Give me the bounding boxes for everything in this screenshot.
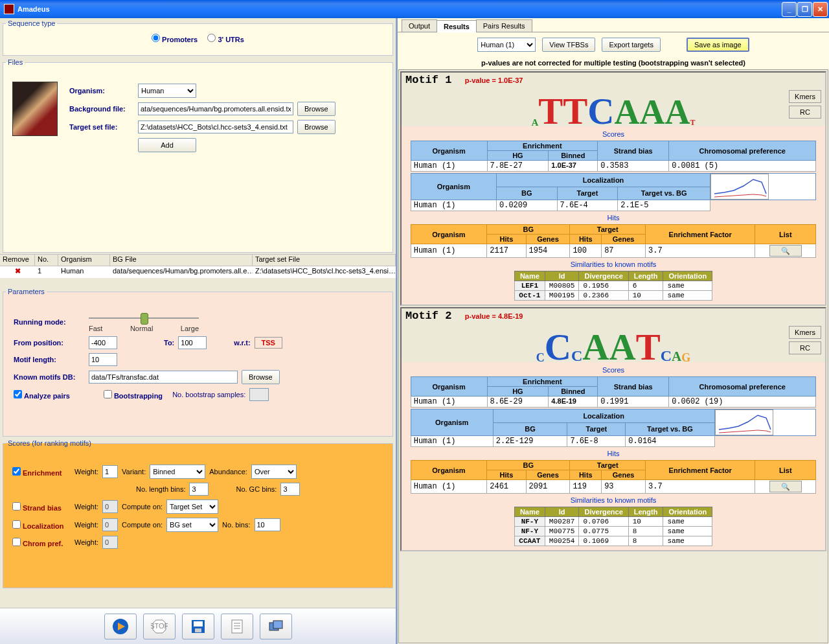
frompos-input[interactable]: [89, 336, 117, 349]
save-button[interactable]: [182, 614, 214, 639]
similarities-label: Similarities to known motifs: [404, 495, 823, 505]
enrichment-table: OrganismEnrichmentStrand biasChromosomal…: [411, 141, 817, 172]
parameters-fieldset: Parameters Running mode: Fast Normal Lar…: [3, 288, 393, 437]
promoters-radio[interactable]: Promoters: [152, 36, 198, 43]
chrom-weight-input: [102, 536, 118, 549]
wrt-label: w.r.t:: [234, 339, 250, 347]
strandbias-checkbox[interactable]: Strand bias: [12, 502, 71, 512]
files-fieldset: Files Organism: Human Background file: B…: [3, 58, 393, 253]
col-organism[interactable]: Organism: [58, 255, 110, 266]
chrompref-checkbox[interactable]: Chrom pref.: [12, 538, 71, 547]
runmode-slider[interactable]: [89, 312, 199, 325]
tgtfile-browse-button[interactable]: Browse: [297, 120, 335, 134]
close-button[interactable]: ✕: [813, 2, 828, 17]
run-button[interactable]: [104, 614, 137, 639]
localization-chart: [715, 409, 773, 435]
to-input[interactable]: [178, 336, 207, 349]
window-title: Amadeus: [17, 5, 50, 13]
localization-table: OrganismLocalization BGTargetTarget vs. …: [411, 173, 817, 211]
sequence-type-fieldset: Sequence type Promoters 3' UTRs: [3, 19, 393, 56]
frompos-label: From position:: [14, 339, 85, 347]
localization-checkbox[interactable]: Localization: [12, 520, 71, 530]
windows-button[interactable]: [260, 614, 292, 639]
hits-table: OrganismBGTargetEnrichment FactorList Hi…: [411, 460, 817, 494]
nobins-input[interactable]: [255, 518, 280, 531]
motiflen-input[interactable]: [89, 353, 117, 366]
list-button[interactable]: 🔍: [769, 245, 802, 257]
kmers-button[interactable]: Kmers: [789, 326, 821, 339]
files-legend: Files: [6, 58, 25, 66]
file-table: Remove No. Organism BG File Target set F…: [0, 254, 396, 286]
scores-fieldset: Scores (for ranking motifs) Enrichment W…: [3, 439, 393, 588]
kmers-button[interactable]: Kmers: [789, 90, 821, 103]
rc-button[interactable]: RC: [789, 106, 821, 119]
sequence-logo: CCCAATCAG Kmers RC: [402, 323, 825, 362]
motif-block: Motif 2 p-value = 4.8E-19 CCCAATCAG Kmer…: [400, 307, 826, 551]
scores-legend: Scores (for ranking motifs): [6, 439, 93, 447]
bootstrapping-checkbox[interactable]: Bootstrapping: [104, 390, 163, 400]
bgfile-input[interactable]: [138, 102, 293, 115]
svg-rect-12: [273, 621, 282, 628]
boot-samples-input: [249, 388, 269, 401]
file-row[interactable]: ✖ 1 Human data/sequences/Human/bg.promot…: [0, 266, 396, 278]
hits-table: OrganismBGTargetEnrichment FactorList Hi…: [411, 224, 817, 258]
utrs-radio[interactable]: 3' UTRs: [207, 36, 244, 43]
enrichment-table: OrganismEnrichmentStrand biasChromosomal…: [411, 376, 817, 408]
titlebar: Amadeus _ ❐ ✕: [0, 0, 829, 18]
export-targets-button[interactable]: Export targets: [602, 38, 660, 52]
list-button[interactable]: 🔍: [769, 481, 802, 492]
knowndb-input[interactable]: [89, 371, 238, 384]
tgtfile-input[interactable]: [138, 121, 293, 133]
motif-header: Motif 1 p-value = 1.0E-37: [402, 73, 825, 87]
local-weight-input: [102, 518, 118, 531]
similarities-table: NameIdDivergenceLengthOrientation NF-YM0…: [514, 507, 712, 546]
tab-pairs[interactable]: Pairs Results: [476, 19, 532, 32]
report-button[interactable]: [221, 614, 253, 639]
motif-header: Motif 2 p-value = 4.8E-19: [402, 308, 825, 323]
svg-text:STOP: STOP: [151, 622, 168, 630]
col-no[interactable]: No.: [35, 255, 58, 266]
variant-select[interactable]: Binned: [150, 465, 205, 479]
col-remove[interactable]: Remove: [0, 255, 35, 266]
bgfile-browse-button[interactable]: Browse: [297, 102, 335, 116]
runmode-label: Running mode:: [14, 318, 85, 326]
stop-button[interactable]: STOP: [143, 614, 176, 639]
save-image-button[interactable]: Save as image: [687, 38, 749, 52]
col-bgfile[interactable]: BG File: [110, 255, 253, 266]
organism-select[interactable]: Human: [138, 84, 196, 98]
app-icon: [4, 4, 14, 14]
bgfile-label: Background file:: [69, 105, 134, 113]
hits-label: Hits: [404, 213, 823, 223]
view-tfbs-button[interactable]: View TFBSs: [542, 38, 595, 52]
enrichment-checkbox[interactable]: Enrichment: [12, 467, 71, 477]
add-button[interactable]: Add: [138, 138, 196, 152]
hits-label: Hits: [404, 448, 823, 459]
svg-rect-5: [194, 621, 203, 627]
local-compute-select[interactable]: BG set: [166, 518, 218, 532]
rc-button[interactable]: RC: [789, 341, 821, 354]
remove-icon[interactable]: ✖: [15, 267, 21, 275]
enr-weight-input[interactable]: [102, 465, 118, 478]
organism-label: Organism:: [69, 87, 134, 95]
tab-results[interactable]: Results: [437, 20, 477, 32]
strand-compute-select[interactable]: Target Set: [166, 500, 218, 514]
abundance-select[interactable]: Over: [251, 465, 297, 479]
mozart-image: [12, 82, 58, 136]
knowndb-browse-button[interactable]: Browse: [242, 370, 280, 384]
organism-result-select[interactable]: Human (1): [477, 38, 536, 52]
minimize-button[interactable]: _: [782, 2, 797, 17]
motif-block: Motif 1 p-value = 1.0E-37 ATTCAAAT Kmers…: [400, 71, 826, 306]
similarities-table: NameIdDivergenceLengthOrientation LEF1M0…: [514, 271, 712, 301]
knowndb-label: Known motifs DB:: [14, 373, 85, 381]
lenbins-input[interactable]: [189, 483, 209, 496]
gcbins-input[interactable]: [280, 483, 300, 496]
similarities-label: Similarities to known motifs: [404, 259, 823, 270]
col-tgtfile[interactable]: Target set File: [253, 255, 396, 266]
tab-output[interactable]: Output: [402, 19, 437, 32]
correction-note: p-values are not corrected for multiple …: [398, 57, 829, 69]
maximize-button[interactable]: ❐: [797, 2, 812, 17]
localization-table: OrganismLocalization BGTargetTarget vs. …: [411, 409, 817, 447]
analyze-pairs-checkbox[interactable]: Analyze pairs: [14, 390, 70, 400]
bottom-toolbar: STOP: [0, 608, 396, 644]
params-legend: Parameters: [6, 288, 47, 295]
